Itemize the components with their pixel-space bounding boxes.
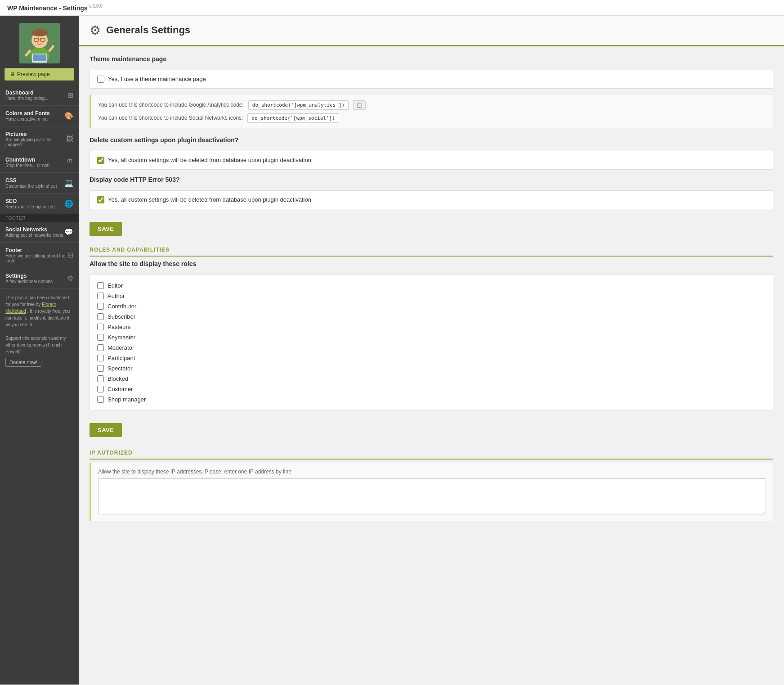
role-contributor-checkbox[interactable] [97,303,104,310]
sidebar-item-css[interactable]: CSS Customize the style sheet 💻 [0,173,79,194]
theme-maintenance-checkbox[interactable] [97,76,104,83]
delete-settings-checkbox-row: Yes, all custom settings will be deleted… [97,157,766,164]
http-error-section-title: Display code HTTP Error 503? [90,176,773,186]
role-moderator-label[interactable]: Moderator [108,344,134,351]
role-spectator-label[interactable]: Spectator [108,365,133,372]
page-title: Generals Settings [106,24,190,36]
sidebar-item-colors-fonts[interactable]: Colors and Fonts Have a creative mind 🎨 [0,106,79,126]
role-shop-manager: Shop manager [97,394,766,405]
sidebar: 🖥 Preview page Dashboard Here, the begin… [0,16,79,685]
sidebar-item-footer[interactable]: Footer Here, we are talking about the fo… [0,243,79,268]
social-shortcode-value: do_shortcode('[wpm_social']) [247,113,339,123]
role-moderator: Moderator [97,342,766,353]
save-button-2[interactable]: SAVE [90,423,122,437]
role-editor-checkbox[interactable] [97,282,104,289]
dashboard-icon: ⊞ [67,91,73,99]
role-pasteurs-checkbox[interactable] [97,324,104,330]
http-error-checkbox-row: Yes, all custom settings will be deleted… [97,196,766,203]
role-editor: Editor [97,280,766,291]
role-keymaster: Keymaster [97,332,766,342]
analytics-shortcode-row: You can use this shortcode to include Go… [98,100,766,110]
role-subscriber: Subscriber [97,311,766,322]
main-content: ⚙ Generals Settings Theme maintenance pa… [79,16,784,685]
sidebar-item-seo[interactable]: SEO Keep your site optimized 🌐 [0,194,79,214]
role-pasteurs-label[interactable]: Pasteurs [108,324,130,330]
roles-subsection-title: Allow the site to display these roles [90,260,773,270]
header-gear-icon: ⚙ [90,23,101,38]
sidebar-nav: Dashboard Here, the beginning... ⊞ Color… [0,85,79,214]
theme-maintenance-card: Yes, I use a theme maintenance page [90,70,773,89]
role-spectator: Spectator [97,363,766,374]
role-customer: Customer [97,384,766,394]
sidebar-section-footer-label: Footer [0,214,79,222]
analytics-shortcode-label: You can use this shortcode to include Go… [98,102,244,108]
delete-settings-card: Yes, all custom settings will be deleted… [90,151,773,170]
sidebar-footer-nav: Social Networks Adding social networks i… [0,222,79,289]
code-icon: 💻 [64,179,73,187]
role-subscriber-label[interactable]: Subscriber [108,313,135,320]
preview-page-button[interactable]: 🖥 Preview page [4,68,74,81]
role-contributor-label[interactable]: Contributor [108,303,136,310]
role-spectator-checkbox[interactable] [97,365,104,372]
role-customer-checkbox[interactable] [97,386,104,392]
role-contributor: Contributor [97,301,766,311]
svg-rect-10 [33,54,46,61]
ip-section-title: IP AUTORIZED [90,450,773,460]
picture-icon: 🖼 [66,135,73,143]
roles-section-title: ROLES AND CAPABILITIES [90,247,773,257]
svg-point-3 [31,29,48,36]
shortcode-info-box: You can use this shortcode to include Go… [90,95,773,128]
role-customer-label[interactable]: Customer [108,386,133,392]
http-error-checkbox[interactable] [97,196,104,203]
sidebar-item-social-networks[interactable]: Social Networks Adding social networks i… [0,222,79,243]
role-participant-label[interactable]: Participant [108,355,135,361]
donate-button[interactable]: Donate now! [5,358,41,367]
ip-addresses-textarea[interactable] [98,478,766,514]
social-icon: 💬 [64,228,73,236]
role-author-label[interactable]: Author [108,293,125,299]
sidebar-plugin-info: This plugin has been developed for you f… [0,289,79,685]
role-editor-label[interactable]: Editor [108,282,123,289]
role-keymaster-checkbox[interactable] [97,334,104,341]
theme-maintenance-checkbox-row: Yes, I use a theme maintenance page [97,76,766,83]
app-version: v.6.0.0 [90,4,103,9]
role-author: Author [97,291,766,301]
sidebar-avatar-area [0,16,79,68]
avatar [19,23,60,63]
theme-maintenance-section-title: Theme maintenance page [90,55,773,65]
role-blocked: Blocked [97,374,766,384]
delete-settings-checkbox[interactable] [97,157,104,164]
role-author-checkbox[interactable] [97,293,104,299]
ip-help-text: Allow the site to display these IP addre… [98,469,766,475]
analytics-shortcode-value: do_shortcode('[wpm_analytics']) [248,100,349,110]
sidebar-item-dashboard[interactable]: Dashboard Here, the beginning... ⊞ [0,85,79,106]
app-title: WP Maintenance - Settings [7,5,88,12]
palette-icon: 🎨 [64,112,73,120]
http-error-label[interactable]: Yes, all custom settings will be deleted… [108,196,311,203]
sidebar-item-countdown[interactable]: Countdown Stop the time... or not! ⏱ [0,152,79,173]
role-keymaster-label[interactable]: Keymaster [108,334,135,341]
role-shop-manager-label[interactable]: Shop manager [108,396,146,403]
role-blocked-label[interactable]: Blocked [108,375,128,382]
roles-list: Editor Author Contributor Subscriber [90,275,773,410]
preview-icon: 🖥 [9,71,15,77]
delete-settings-label[interactable]: Yes, all custom settings will be deleted… [108,157,311,163]
title-bar: WP Maintenance - Settings v.6.0.0 [0,0,784,16]
role-participant-checkbox[interactable] [97,355,104,361]
role-blocked-checkbox[interactable] [97,375,104,382]
http-error-card: Yes, all custom settings will be deleted… [90,190,773,209]
ip-info-card: Allow the site to display these IP addre… [90,463,773,521]
copy-analytics-shortcode-button[interactable]: 📋 [353,100,366,110]
delete-settings-section-title: Delete custom settings upon plugin deact… [90,136,773,146]
footer-icon: ⊟ [67,251,73,259]
role-shop-manager-checkbox[interactable] [97,396,104,403]
role-subscriber-checkbox[interactable] [97,313,104,320]
social-shortcode-row: You can use this shortcode to include So… [98,113,766,123]
role-moderator-checkbox[interactable] [97,344,104,351]
globe-icon: 🌐 [64,199,73,208]
save-button-1[interactable]: SAVE [90,222,122,236]
page-header: ⚙ Generals Settings [79,16,784,46]
theme-maintenance-label[interactable]: Yes, I use a theme maintenance page [108,76,206,82]
sidebar-item-settings[interactable]: Settings A few additional options ⚙ [0,268,79,289]
sidebar-item-pictures[interactable]: Pictures Are we playing with the images?… [0,126,79,152]
